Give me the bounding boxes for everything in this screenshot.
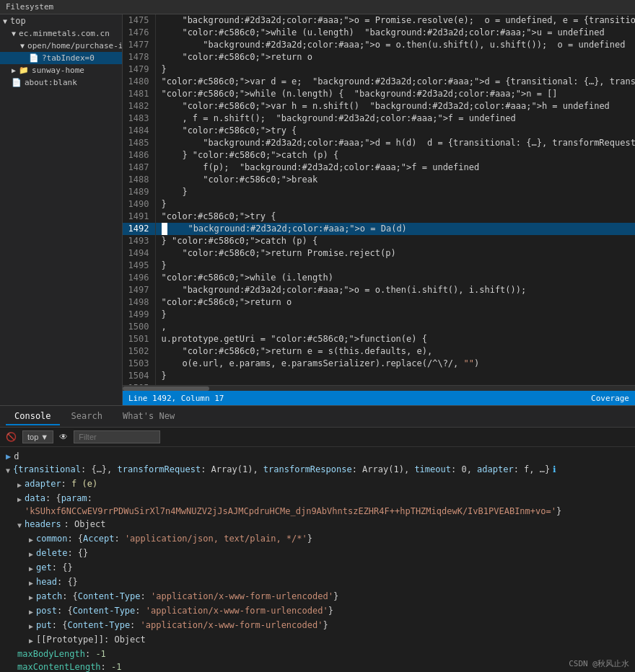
expand-common-arrow[interactable]: ▶	[29, 534, 33, 547]
level-selector[interactable]: top ▼	[22, 430, 53, 443]
maxcontent-val: maxContentLength: -1	[17, 660, 122, 672]
maxbody-val: maxBodyLength: -1	[17, 647, 106, 660]
file-icon-about: 📄	[12, 78, 22, 87]
sidebar-label-ec: ec.minmetals.com.cn	[19, 29, 110, 38]
line-content-1481: "color:#c586c0;">while (n.length) { "bac…	[155, 88, 635, 100]
folder-icon-sunway: 📁	[19, 66, 29, 75]
line-number-1482: 1482	[123, 100, 155, 112]
head-val: head: {}	[36, 575, 78, 588]
status-bar: Line 1492, Column 17 Coverage	[123, 391, 635, 405]
line-content-1482: "color:#c586c0;">var h = n.shift() "back…	[155, 100, 635, 112]
expand-get-arrow[interactable]: ▶	[29, 562, 33, 575]
code-line-1500: 1500,	[123, 321, 635, 333]
expand-adapter-arrow[interactable]: ▶	[17, 479, 22, 492]
watermark: CSDN @秋风止水	[569, 658, 629, 669]
expand-data-arrow[interactable]: ▶	[17, 493, 22, 506]
expand-post-arrow[interactable]: ▶	[29, 606, 33, 619]
panel-toolbar: 🚫 top ▼ 👁	[0, 428, 635, 447]
code-line-1493: 1493} "color:#c586c0;">catch (p) {	[123, 235, 635, 247]
console-prompt-line: ▶ d	[6, 450, 629, 463]
console-output[interactable]: ▶ d ▼ {transitional: {…}, transformReque…	[0, 447, 635, 672]
code-line-1485: 1485 "background:#2d3a2d;color:#aaa;">d …	[123, 137, 635, 149]
main-layout: ▼ top ▼ ec.minmetals.com.cn ▼ open/home/…	[0, 14, 635, 405]
code-line-1481: 1481"color:#c586c0;">while (n.length) { …	[123, 88, 635, 100]
get-val: get: {}	[36, 561, 73, 574]
code-line-1492: 1492 "background:#2d3a2d;color:#aaa;">o …	[123, 223, 635, 235]
info-icon[interactable]: ℹ	[553, 463, 556, 476]
expand-delete-arrow[interactable]: ▶	[29, 548, 33, 561]
scrollbar-thumb	[123, 386, 209, 391]
expand-proto-headers-arrow[interactable]: ▶	[29, 635, 33, 647]
line-content-1499: }	[155, 309, 635, 321]
expand-object-arrow[interactable]: ▼	[6, 464, 10, 477]
line-number-1497: 1497	[123, 284, 155, 296]
line-number-1492: 1492	[123, 223, 155, 235]
post-val: post: {Content-Type: 'application/x-www-…	[36, 604, 333, 617]
line-content-1479: }	[155, 63, 635, 76]
line-content-1494: "color:#c586c0;">return Promise.reject(p…	[155, 247, 635, 260]
sidebar-label-tabindex: ?tabIndex=0	[42, 53, 95, 63]
line-number-1487: 1487	[123, 162, 155, 174]
line-number-1486: 1486	[123, 149, 155, 162]
code-line-1498: 1498"color:#c586c0;">return o	[123, 296, 635, 309]
data-key: data: {param: 'kSUhxf6NCCwEV9rrPDWuSirXl…	[25, 492, 629, 518]
sidebar-item-sunway[interactable]: ▶ 📁 sunway-home	[0, 64, 122, 76]
line-content-1491: "color:#c586c0;">try {	[155, 211, 635, 223]
patch-val: patch: {Content-Type: 'application/x-www…	[36, 590, 338, 603]
code-line-1501: 1501u.prototype.getUri = "color:#c586c0;…	[123, 333, 635, 345]
sidebar-item-tabindex[interactable]: 📄 ?tabIndex=0	[0, 52, 122, 64]
expand-headers-arrow[interactable]: ▼	[17, 519, 22, 532]
console-prompt-text: d	[14, 450, 19, 463]
filter-input[interactable]	[74, 430, 160, 443]
line-number-1488: 1488	[123, 174, 155, 186]
line-number-1503: 1503	[123, 358, 155, 370]
line-number-1485: 1485	[123, 137, 155, 149]
editor-area: 1475 "background:#2d3a2d;color:#aaa;">o …	[123, 14, 635, 405]
console-object-header: ▼ {transitional: {…}, transformRequest: …	[6, 463, 629, 477]
code-line-1476: 1476 "color:#c586c0;">while (u.length) "…	[123, 27, 635, 39]
code-line-1495: 1495}	[123, 260, 635, 272]
code-line-1494: 1494 "color:#c586c0;">return Promise.rej…	[123, 247, 635, 260]
eye-icon[interactable]: 👁	[59, 432, 68, 442]
expand-head-arrow[interactable]: ▶	[29, 577, 33, 590]
console-common-line: ▶ common: {Accept: 'application/json, te…	[6, 532, 629, 547]
coverage-label: Coverage	[591, 394, 629, 403]
line-number-1493: 1493	[123, 235, 155, 247]
console-adapter-line: ▶ adapter: f (e)	[6, 477, 629, 492]
console-delete-line: ▶ delete: {}	[6, 547, 629, 561]
proto-headers-val: [[Prototype]]: Object	[36, 633, 146, 646]
line-number-1500: 1500	[123, 321, 155, 333]
expand-arrow-ec: ▼	[12, 30, 16, 37]
code-line-1490: 1490}	[123, 198, 635, 211]
panel-tabs: Console Search What's New	[0, 406, 635, 428]
sidebar-item-ec[interactable]: ▼ ec.minmetals.com.cn	[0, 27, 122, 40]
line-content-1500: ,	[155, 321, 635, 333]
code-line-1488: 1488 "color:#c586c0;">break	[123, 174, 635, 186]
sidebar-item-top[interactable]: ▼ top	[0, 14, 122, 27]
expand-put-arrow[interactable]: ▶	[29, 620, 33, 633]
top-bar: Filesystem	[0, 0, 635, 14]
line-content-1493: } "color:#c586c0;">catch (p) {	[155, 235, 635, 247]
console-head-line: ▶ head: {}	[6, 575, 629, 590]
headers-key: headers	[25, 518, 61, 531]
console-put-line: ▶ put: {Content-Type: 'application/x-www…	[6, 619, 629, 633]
sidebar-item-open-home[interactable]: ▼ open/home/purchase-info	[0, 40, 122, 52]
line-number-1480: 1480	[123, 76, 155, 88]
line-content-1485: "background:#2d3a2d;color:#aaa;">d = h(d…	[155, 137, 635, 149]
line-number-1475: 1475	[123, 14, 155, 27]
code-line-1504: 1504}	[123, 370, 635, 382]
tab-whats-new[interactable]: What's New	[114, 408, 183, 425]
top-bar-title: Filesystem	[6, 2, 53, 12]
code-container[interactable]: 1475 "background:#2d3a2d;color:#aaa;">o …	[123, 14, 635, 385]
tab-search[interactable]: Search	[63, 408, 111, 425]
code-line-1484: 1484 "color:#c586c0;">try {	[123, 125, 635, 137]
line-number-1479: 1479	[123, 63, 155, 76]
expand-patch-arrow[interactable]: ▶	[29, 591, 33, 604]
tab-console[interactable]: Console	[6, 408, 60, 425]
sidebar-label-top: top	[10, 16, 26, 26]
code-line-1503: 1503 o(e.url, e.params, e.paramsSerializ…	[123, 358, 635, 370]
line-content-1477: "background:#2d3a2d;color:#aaa;">o = o.t…	[155, 39, 635, 51]
sidebar-item-about[interactable]: 📄 about:blank	[0, 76, 122, 89]
horizontal-scrollbar[interactable]	[123, 385, 635, 391]
console-get-line: ▶ get: {}	[6, 561, 629, 575]
